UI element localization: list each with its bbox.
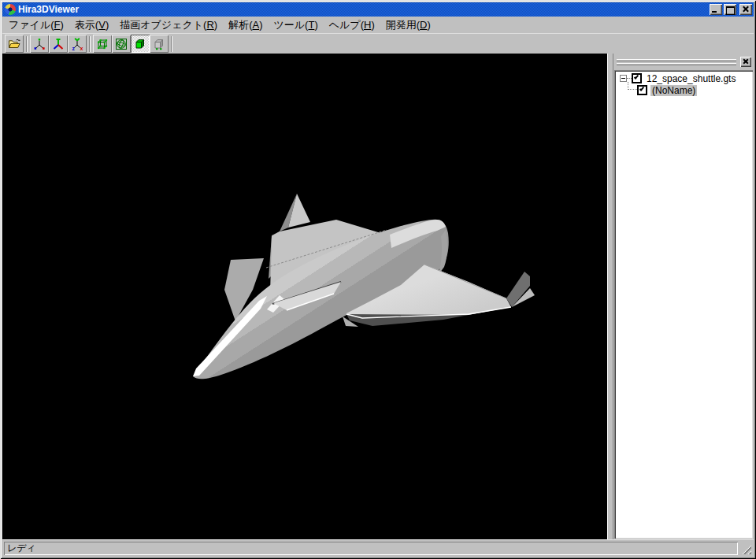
app-icon bbox=[5, 4, 16, 15]
toolbar-separator bbox=[171, 36, 172, 52]
axis-tripod-icon bbox=[33, 38, 46, 50]
menu-bar: ファイル(F) 表示(V) 描画オブジェクト(R) 解析(A) ツール(T) ヘ… bbox=[2, 17, 754, 33]
status-bar: レディ bbox=[2, 539, 754, 557]
axis-color-icon bbox=[52, 38, 65, 50]
menu-tools[interactable]: ツール(T) bbox=[268, 17, 323, 34]
menu-view[interactable]: 表示(V) bbox=[69, 17, 114, 34]
shuttle-model-render bbox=[2, 54, 607, 539]
svg-text:x: x bbox=[80, 45, 83, 50]
menu-analysis[interactable]: 解析(A) bbox=[223, 17, 268, 34]
menu-help[interactable]: ヘルプ(H) bbox=[324, 17, 380, 34]
toolbar-separator bbox=[26, 36, 28, 52]
solid-cube-gray-icon bbox=[153, 38, 165, 50]
axis-color-button[interactable] bbox=[49, 35, 68, 53]
solid-cube-button[interactable] bbox=[131, 35, 150, 53]
wire-sphere-icon bbox=[115, 38, 128, 50]
collapse-icon[interactable] bbox=[620, 75, 627, 82]
toolbar: z x bbox=[2, 33, 754, 54]
close-button[interactable] bbox=[739, 4, 752, 15]
menu-file[interactable]: ファイル(F) bbox=[3, 17, 69, 34]
main-area: 12_space_shuttle.gts (NoName) bbox=[2, 54, 754, 539]
open-file-button[interactable] bbox=[5, 35, 24, 53]
maximize-button[interactable] bbox=[724, 4, 736, 15]
wire-sphere-button[interactable] bbox=[112, 35, 131, 53]
resize-grip-icon[interactable] bbox=[741, 544, 751, 554]
solid-cube-icon bbox=[134, 38, 146, 50]
minimize-button[interactable] bbox=[710, 4, 722, 15]
title-bar[interactable]: Hira3DViewer bbox=[2, 2, 754, 17]
panel-gripper[interactable] bbox=[617, 57, 736, 67]
panel-close-button[interactable] bbox=[740, 57, 751, 67]
menu-draw-object[interactable]: 描画オブジェクト(R) bbox=[114, 17, 223, 34]
axis-tripod-button[interactable] bbox=[30, 35, 49, 53]
panel-splitter[interactable] bbox=[607, 54, 613, 539]
svg-text:z: z bbox=[72, 45, 76, 50]
menu-development[interactable]: 開発用(D) bbox=[380, 17, 436, 34]
viewport-3d[interactable] bbox=[2, 54, 607, 539]
axis-zx-icon: z x bbox=[71, 38, 83, 50]
wire-cube-button[interactable] bbox=[93, 35, 112, 53]
panel-header[interactable] bbox=[613, 54, 754, 70]
app-window: Hira3DViewer ファイル(F) 表示(V) 描画オブジェクト(R) 解… bbox=[0, 0, 756, 559]
axis-zx-button[interactable]: z x bbox=[68, 35, 87, 53]
checkbox-checked[interactable] bbox=[637, 85, 647, 95]
solid-cube-disabled-button bbox=[150, 35, 169, 53]
tree-item-label-selected[interactable]: (NoName) bbox=[650, 85, 697, 96]
open-file-icon bbox=[8, 38, 20, 50]
tree-item-label[interactable]: 12_space_shuttle.gts bbox=[645, 73, 737, 84]
toolbar-separator bbox=[89, 36, 91, 52]
tree-row[interactable]: (NoName) bbox=[616, 84, 751, 96]
window-title: Hira3DViewer bbox=[18, 3, 708, 17]
status-text: レディ bbox=[4, 542, 738, 555]
tree-connector bbox=[628, 82, 637, 90]
wire-cube-icon bbox=[96, 38, 109, 50]
object-tree-panel: 12_space_shuttle.gts (NoName) bbox=[613, 54, 754, 539]
object-tree[interactable]: 12_space_shuttle.gts (NoName) bbox=[614, 70, 753, 539]
